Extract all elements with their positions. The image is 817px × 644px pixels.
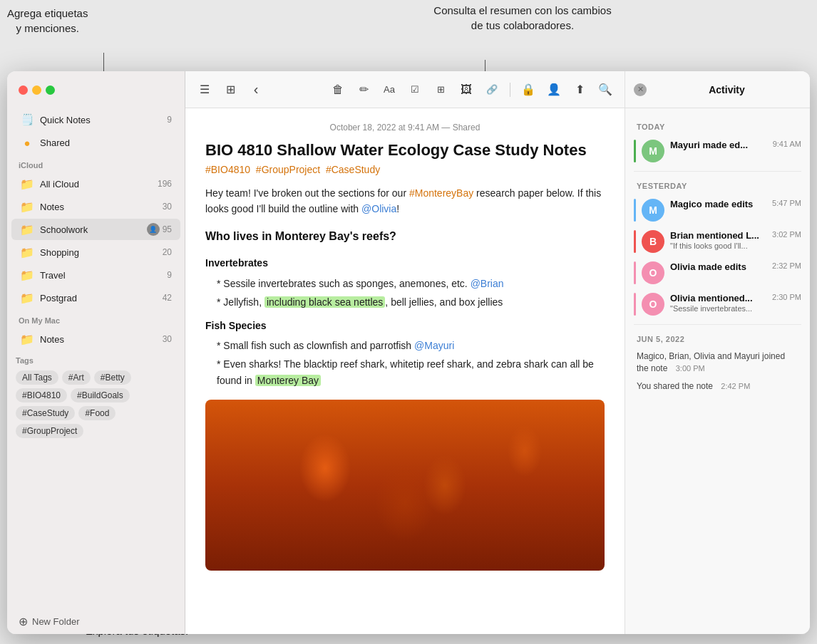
section-mac: On My Mac — [7, 309, 185, 328]
bullet-item-4: Even sharks! The blacktip reef shark, wh… — [217, 356, 605, 388]
share-people-button[interactable]: 👤 — [543, 79, 565, 100]
quick-notes-count: 9 — [167, 115, 172, 125]
folder-icon-notes-mac: 📁 — [20, 332, 34, 346]
share-people-icon: 👤 — [547, 83, 561, 96]
mention-monterey-intro[interactable]: #MontereyBay — [409, 187, 473, 199]
tags-grid: All Tags #Art #Betty #BIO4810 #BuildGoal… — [16, 370, 176, 438]
note-area[interactable]: October 18, 2022 at 9:41 AM — Shared BIO… — [185, 108, 625, 634]
bullet-item-1: Sessile invertebrates such as sponges, a… — [217, 276, 605, 291]
yesterday-label: YESTERDAY — [625, 176, 810, 194]
sidebar-item-notes-mac[interactable]: 📁 Notes 30 — [11, 328, 180, 350]
sidebar-item-shared[interactable]: ● Shared — [11, 132, 180, 153]
sidebar-item-all-icloud[interactable]: 📁 All iCloud 196 — [11, 173, 180, 194]
sidebar-item-notes-icloud[interactable]: 📁 Notes 30 — [11, 196, 180, 217]
fish-list: Small fish such as clownfish and parrotf… — [205, 338, 605, 388]
activity-name-olivia-edits: Olivia made edits — [670, 261, 766, 272]
sidebar-item-travel[interactable]: 📁 Travel 9 — [11, 264, 180, 286]
tag-food[interactable]: #Food — [78, 406, 115, 420]
text-format-icon: Aa — [384, 84, 395, 95]
tag-betty[interactable]: #Betty — [94, 370, 131, 385]
shopping-label: Shopping — [40, 247, 163, 258]
new-folder-button[interactable]: ⊕ New Folder — [7, 609, 185, 634]
mention-brian[interactable]: @Brian — [471, 278, 504, 289]
shared-label: Shared — [40, 137, 172, 148]
note-body: Hey team! I've broken out the sections f… — [205, 185, 605, 388]
mention-mayuri[interactable]: @Mayuri — [414, 340, 454, 351]
notes-icloud-label: Notes — [40, 202, 163, 212]
list-view-button[interactable]: ☰ — [194, 79, 215, 100]
tag-groupproject[interactable]: #GroupProject — [16, 424, 83, 438]
activity-text-magico: Magico made edits — [670, 199, 766, 209]
main-content: ☰ ⊞ ‹ 🗑 ✏ Aa ☑ ⊞ — [185, 71, 625, 634]
table-button[interactable]: ⊞ — [430, 79, 451, 100]
avatar-olivia-edits: O — [642, 261, 664, 284]
activity-item-olivia-edits[interactable]: O Olivia made edits 2:32 PM — [625, 257, 810, 289]
jellyfish-visual — [205, 400, 605, 571]
back-button[interactable]: ‹ — [245, 79, 267, 100]
checklist-button[interactable]: ☑ — [404, 79, 426, 100]
activity-time-magico: 5:47 PM — [772, 199, 801, 207]
travel-label: Travel — [40, 270, 167, 281]
delete-button[interactable]: 🗑 — [327, 79, 349, 100]
tag-groupproject-inline[interactable]: #GroupProject — [256, 164, 320, 175]
folder-icon-schoolwork: 📁 — [20, 222, 34, 237]
sidebar-item-postgrad[interactable]: 📁 Postgrad 42 — [11, 287, 180, 308]
sidebar-item-schoolwork[interactable]: 📁 Schoolwork 👤 95 — [11, 219, 180, 240]
activity-bar-olivia-mentioned — [634, 293, 636, 316]
activity-time-brian: 3:02 PM — [772, 230, 801, 239]
event-shared-text: You shared the note — [637, 381, 713, 391]
new-folder-icon: ⊕ — [19, 615, 28, 628]
section1-heading: Who lives in Monterey Bay's reefs? — [205, 227, 605, 246]
close-button[interactable] — [19, 85, 28, 95]
note-tags: #BIO4810 #GroupProject #CaseStudy — [205, 164, 605, 175]
activity-item-magico[interactable]: M Magico made edits 5:47 PM — [625, 194, 810, 226]
callout-line-left — [103, 53, 104, 71]
activity-name-olivia-mentioned: Olivia mentioned... — [670, 293, 766, 303]
activity-item-mayuri[interactable]: M Mayuri made ed... 9:41 AM — [625, 135, 810, 167]
sidebar-item-quick-notes[interactable]: 🗒️ Quick Notes 9 — [11, 109, 180, 130]
activity-close-button[interactable]: ✕ — [634, 83, 647, 96]
tag-all-tags[interactable]: All Tags — [16, 370, 58, 385]
tag-bio4810[interactable]: #BIO4810 — [16, 388, 67, 402]
grid-view-button[interactable]: ⊞ — [220, 79, 241, 100]
folder-icon-notes: 📁 — [20, 199, 34, 214]
activity-toolbar: ✕ Activity — [625, 71, 810, 108]
avatar-brian: B — [642, 230, 664, 253]
tag-art[interactable]: #Art — [62, 370, 91, 385]
activity-name-brian: Brian mentioned L... — [670, 230, 766, 241]
mention-olivia-intro[interactable]: @Olivia — [361, 203, 396, 214]
link-button[interactable]: 🔗 — [481, 79, 503, 100]
folder-icon-postgrad: 📁 — [20, 291, 34, 305]
media-button[interactable]: 🖼 — [456, 79, 477, 100]
bullet-item-3: Small fish such as clownfish and parrotf… — [217, 338, 605, 353]
shared-icon: ● — [20, 135, 34, 150]
new-note-button[interactable]: ✏ — [353, 79, 374, 100]
tag-casestudy-inline[interactable]: #CaseStudy — [326, 164, 380, 175]
activity-item-brian[interactable]: B Brian mentioned L... "If this looks go… — [625, 226, 810, 257]
avatar-mayuri: M — [642, 140, 664, 162]
all-icloud-label: All iCloud — [40, 179, 158, 189]
activity-name-magico: Magico made edits — [670, 199, 766, 209]
fullscreen-button[interactable] — [46, 85, 55, 95]
activity-event-shared: You shared the note 2:42 PM — [625, 378, 810, 395]
text-format-button[interactable]: Aa — [379, 79, 400, 100]
event-joined-text: Magico, Brian, Olivia and Mayuri joined … — [637, 351, 785, 373]
tag-bio4810-inline[interactable]: #BIO4810 — [205, 164, 250, 175]
share-icon: ⬆ — [575, 83, 585, 96]
sidebar-item-shopping[interactable]: 📁 Shopping 20 — [11, 242, 180, 263]
share-button[interactable]: ⬆ — [569, 79, 590, 100]
folder-icon-travel: 📁 — [20, 268, 34, 282]
activity-item-olivia-mentioned[interactable]: O Olivia mentioned... "Sessile invertebr… — [625, 289, 810, 320]
activity-bar-magico — [634, 199, 636, 222]
tag-casestudy[interactable]: #CaseStudy — [16, 406, 75, 420]
search-button[interactable]: 🔍 — [595, 79, 616, 100]
tags-label: Tags — [16, 356, 176, 365]
delete-icon: 🗑 — [332, 83, 344, 96]
minimize-button[interactable] — [32, 85, 41, 95]
event-shared-time: 2:42 PM — [721, 382, 750, 390]
travel-count: 9 — [167, 270, 172, 280]
lock-button[interactable]: 🔒 — [518, 79, 539, 100]
postgrad-label: Postgrad — [40, 293, 163, 303]
tag-buildgoals[interactable]: #BuildGoals — [71, 388, 130, 402]
quick-notes-label: Quick Notes — [40, 115, 167, 125]
